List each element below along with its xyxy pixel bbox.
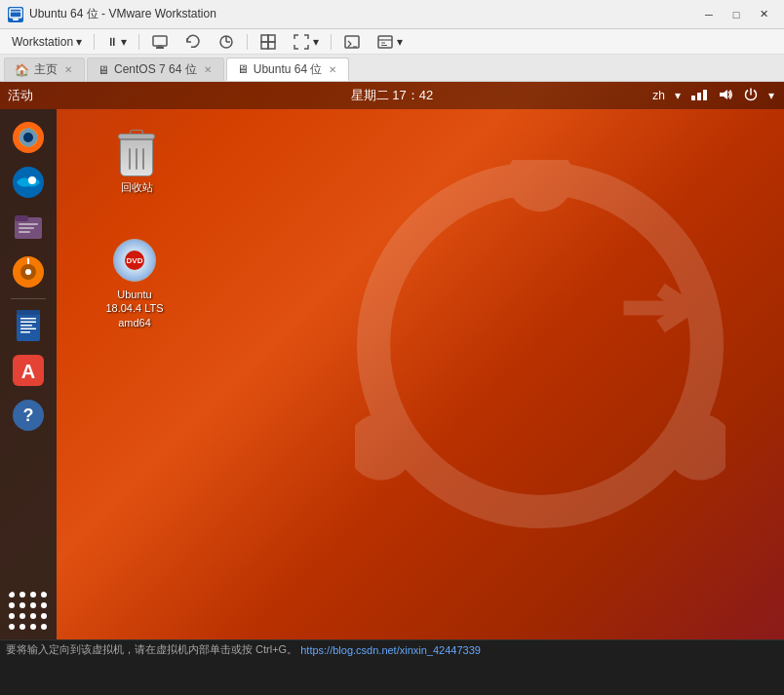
trash-line [129,148,131,170]
trash-line [142,148,144,170]
dock-apps-grid[interactable] [8,591,49,632]
dot [41,624,47,630]
dock-software[interactable]: A [8,350,49,391]
toolbar-snapshot[interactable] [210,31,243,53]
dot [41,602,47,608]
tab-centos-icon: 🖥 [98,63,109,77]
dvd-icon-img: DVD [111,237,158,284]
vm-screen[interactable]: 活动 星期二 17：42 zh ▾ [0,82,784,639]
menu-separator-2 [138,34,139,50]
svg-rect-34 [19,223,38,225]
maximize-button[interactable]: □ [724,5,749,24]
svg-rect-15 [378,36,392,48]
menu-separator-4 [331,34,332,50]
trash-body [120,139,153,176]
tab-home-close[interactable]: ✕ [62,63,74,76]
network-icon[interactable] [688,86,710,106]
dot [30,602,36,608]
settings-arrow: ▾ [397,35,403,49]
svg-rect-35 [19,227,34,229]
svg-rect-45 [20,325,32,327]
toolbar-send-vm[interactable] [143,31,176,53]
svg-rect-44 [20,322,36,324]
status-link[interactable]: https://blog.csdn.net/xinxin_42447339 [300,644,481,656]
toolbar-fullscreen[interactable]: ▾ [285,31,327,53]
menu-workstation[interactable]: Workstation ▾ [4,33,90,51]
desktop-icon-trash[interactable]: 回收站 [98,126,176,198]
window-controls: ─ □ ✕ [696,5,776,24]
lang-indicator[interactable]: zh [650,87,667,104]
tab-centos-close[interactable]: ✕ [202,63,214,76]
menu-bar: Workstation ▾ ⏸ ▾ [0,29,784,55]
ubuntu-watermark [355,160,725,530]
dvd-label: Ubuntu 18.04.4 LTS amd64 [105,288,163,329]
menu-workstation-arrow: ▾ [76,35,82,49]
tab-ubuntu-close[interactable]: ✕ [327,63,338,76]
svg-rect-11 [261,42,268,49]
fullscreen-arrow: ▾ [313,35,319,49]
toolbar-snapshot-revert[interactable] [176,31,210,53]
dock-files[interactable] [8,207,49,248]
dock-thunderbird[interactable] [8,162,49,203]
svg-rect-0 [10,9,21,18]
panel-right: zh ▾ [650,85,776,107]
dot [9,592,15,598]
view-icon [259,33,277,51]
terminal-icon [343,33,361,51]
svg-rect-5 [156,47,164,49]
fullscreen-icon [293,33,310,51]
activities-button[interactable]: 活动 [8,87,33,104]
tab-home-label: 主页 [34,61,58,78]
svg-rect-13 [345,36,359,48]
trash-icon-img [113,130,160,176]
svg-rect-2 [13,19,19,20]
settings-icon [376,33,394,51]
svg-rect-9 [261,35,268,42]
dock-sound[interactable] [8,251,49,292]
toolbar-view[interactable] [252,31,285,53]
svg-rect-46 [20,328,36,330]
dock-help[interactable]: ? [8,395,49,436]
minimize-button[interactable]: ─ [696,5,722,24]
dot [20,624,25,630]
trash-lines [129,148,144,170]
snapshot-icon [217,33,235,51]
close-button[interactable]: ✕ [751,5,776,24]
toolbar-guest-settings[interactable]: ▾ [369,31,411,53]
panel-clock: 星期二 17：42 [351,87,434,104]
svg-rect-23 [691,96,695,100]
dock-firefox[interactable] [8,117,49,158]
menu-separator-3 [247,34,248,50]
power-icon[interactable] [741,85,761,107]
title-bar: Ubuntu 64 位 - VMware Workstation ─ □ ✕ [0,0,784,29]
dot [30,624,36,630]
dock-writer[interactable] [8,305,49,346]
tab-home[interactable]: 🏠 主页 ✕ [4,58,85,81]
dot [20,602,25,608]
svg-text:?: ? [23,405,34,425]
power-arrow: ▾ [766,87,776,104]
toolbar-pause[interactable]: ⏸ ▾ [98,33,135,51]
dot [9,613,15,619]
status-bar: 要将输入定向到该虚拟机，请在虚拟机内部单击或按 Ctrl+G。 https://… [0,639,784,659]
tabs-bar: 🏠 主页 ✕ 🖥 CentOS 7 64 位 ✕ 🖥 Ubuntu 64 位 ✕ [0,55,784,82]
trash-label: 回收站 [121,180,153,194]
left-dock: A ? [0,109,57,639]
dot [9,624,15,630]
dot [30,592,36,598]
tab-home-icon: 🏠 [15,63,29,77]
desktop-icon-dvd[interactable]: DVD Ubuntu 18.04.4 LTS amd64 [96,233,174,333]
trash-can [116,130,157,176]
pause-arrow: ▾ [121,35,127,49]
dot [9,602,15,608]
menu-workstation-label: Workstation [12,35,73,49]
svg-rect-33 [15,215,28,221]
tab-centos[interactable]: 🖥 CentOS 7 64 位 ✕ [87,58,224,81]
volume-icon[interactable] [716,86,735,106]
send-vm-icon [151,33,169,51]
tab-ubuntu[interactable]: 🖥 Ubuntu 64 位 ✕ [226,58,350,81]
tab-ubuntu-label: Ubuntu 64 位 [254,61,323,78]
ubuntu-desktop[interactable]: 活动 星期二 17：42 zh ▾ [0,82,784,639]
svg-rect-25 [703,90,707,100]
toolbar-send-ctrl-alt[interactable] [335,31,369,53]
